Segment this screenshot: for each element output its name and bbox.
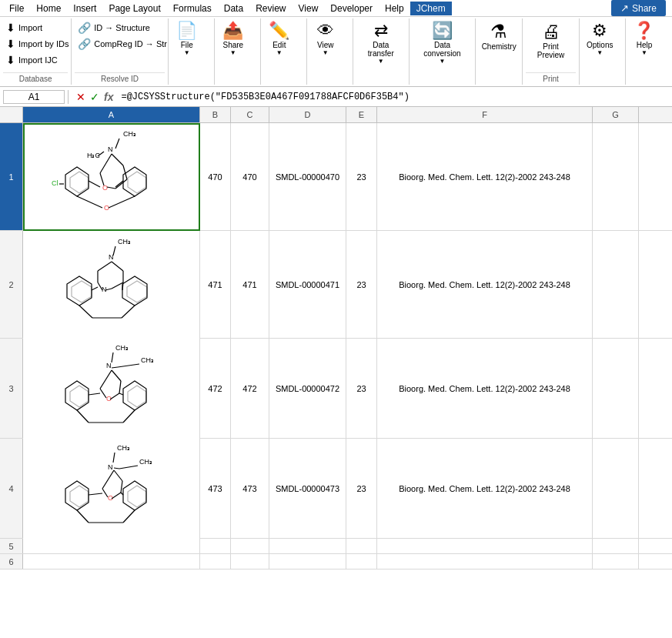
ribbon-share-button[interactable]: 📤 Share ▼ bbox=[218, 20, 249, 58]
cell-F1[interactable]: Bioorg. Med. Chem. Lett. 12(2)-2002 243-… bbox=[377, 123, 593, 230]
cell-G6[interactable] bbox=[593, 554, 639, 569]
cell-E5[interactable] bbox=[346, 539, 377, 553]
menu-home[interactable]: Home bbox=[30, 2, 67, 15]
cell-F2[interactable]: Bioorg. Med. Chem. Lett. 12(2)-2002 243-… bbox=[377, 231, 593, 338]
cell-A6[interactable] bbox=[23, 554, 200, 569]
resolve-id-buttons: 🔗 ID → Structure 🔗 CompReg ID → Str bbox=[75, 20, 170, 52]
svg-line-69 bbox=[114, 468, 119, 469]
col-header-C[interactable]: C bbox=[231, 107, 269, 122]
cell-G2[interactable] bbox=[593, 231, 639, 338]
svg-line-49 bbox=[112, 370, 121, 381]
svg-line-61 bbox=[77, 410, 89, 423]
cell-C4[interactable]: 473 bbox=[231, 439, 269, 538]
compreg-to-str-button[interactable]: 🔗 CompReg ID → Str bbox=[75, 36, 170, 52]
cell-C1[interactable]: 470 bbox=[231, 123, 269, 230]
cell-B3[interactable]: 472 bbox=[200, 339, 231, 438]
svg-line-63 bbox=[123, 410, 135, 423]
cell-F4[interactable]: Bioorg. Med. Chem. Lett. 12(2)-2002 243-… bbox=[377, 439, 593, 538]
menu-file[interactable]: File bbox=[3, 2, 30, 15]
menu-developer[interactable]: Developer bbox=[324, 2, 379, 15]
cell-E2[interactable]: 23 bbox=[346, 231, 377, 338]
menu-formulas[interactable]: Formulas bbox=[167, 2, 218, 15]
data-conversion-label: Data conversion bbox=[416, 41, 469, 58]
cell-D3[interactable]: SMDL-00000472 bbox=[269, 339, 346, 438]
col-header-E[interactable]: E bbox=[346, 107, 377, 122]
cell-D2[interactable]: SMDL-00000471 bbox=[269, 231, 346, 338]
col-header-G[interactable]: G bbox=[593, 107, 639, 122]
confirm-formula-icon[interactable]: ✓ bbox=[90, 91, 99, 103]
cell-C5[interactable] bbox=[231, 539, 269, 553]
formula-input[interactable] bbox=[121, 92, 669, 102]
menu-page-layout[interactable]: Page Layout bbox=[102, 2, 166, 15]
cell-A1[interactable]: CH₃ N H₃C O bbox=[23, 123, 200, 231]
ribbon-share-label: Share bbox=[222, 41, 243, 49]
cell-B1[interactable]: 470 bbox=[200, 123, 231, 230]
col-header-D[interactable]: D bbox=[269, 107, 346, 122]
svg-line-65 bbox=[113, 453, 115, 463]
cell-C6[interactable] bbox=[231, 554, 269, 569]
cell-D1[interactable]: SMDL-00000470 bbox=[269, 123, 346, 230]
cell-G3[interactable] bbox=[593, 339, 639, 438]
cell-A4[interactable]: CH₃ CH₃ N O bbox=[23, 439, 200, 539]
import-ijc-button[interactable]: ⬇ Import IJC bbox=[3, 52, 72, 68]
cell-A3[interactable]: CH₃ CH₃ N O bbox=[23, 339, 200, 439]
row-num-1[interactable]: 1 bbox=[0, 123, 23, 230]
ribbon-group-share: 📤 Share ▼ . bbox=[215, 18, 261, 85]
cell-B6[interactable] bbox=[200, 554, 231, 569]
row-num-2[interactable]: 2 bbox=[0, 231, 23, 338]
cell-B4[interactable]: 473 bbox=[200, 439, 231, 538]
data-transfer-button[interactable]: ⇄ Data transfer ▼ bbox=[356, 20, 406, 67]
cell-A5[interactable] bbox=[23, 539, 200, 553]
col-header-F[interactable]: F bbox=[377, 107, 593, 122]
cell-E3[interactable]: 23 bbox=[346, 339, 377, 438]
import-by-ids-button[interactable]: ⬇ Import by IDs bbox=[3, 36, 72, 52]
fx-icon[interactable]: fx bbox=[104, 91, 113, 103]
print-preview-button[interactable]: 🖨 Print Preview bbox=[526, 20, 576, 62]
menu-review[interactable]: Review bbox=[249, 2, 292, 15]
menu-data[interactable]: Data bbox=[218, 2, 249, 15]
cell-F5[interactable] bbox=[377, 539, 593, 553]
svg-line-21 bbox=[77, 196, 102, 208]
cell-B2[interactable]: 471 bbox=[200, 231, 231, 338]
cell-G1[interactable] bbox=[593, 123, 639, 230]
cell-E1[interactable]: 23 bbox=[346, 123, 377, 230]
menu-view[interactable]: View bbox=[293, 2, 325, 15]
file-button[interactable]: 📄 File ▼ bbox=[172, 20, 202, 58]
ribbon-share-icon: 📤 bbox=[222, 22, 243, 39]
row-num-4[interactable]: 4 bbox=[0, 439, 23, 538]
cell-E4[interactable]: 23 bbox=[346, 439, 377, 538]
cell-name-box[interactable] bbox=[3, 90, 65, 104]
cell-E6[interactable] bbox=[346, 554, 377, 569]
cell-F6[interactable] bbox=[377, 554, 593, 569]
cell-B5[interactable] bbox=[200, 539, 231, 553]
svg-text:CH₃: CH₃ bbox=[123, 130, 136, 138]
id-to-structure-button[interactable]: 🔗 ID → Structure bbox=[75, 20, 170, 35]
cell-A2[interactable]: CH₃ N N bbox=[23, 231, 200, 339]
chemistry-button[interactable]: ⚗ Chemistry bbox=[479, 20, 519, 53]
menu-help[interactable]: Help bbox=[379, 2, 410, 15]
col-header-B[interactable]: B bbox=[200, 107, 231, 122]
cancel-formula-icon[interactable]: ✕ bbox=[76, 91, 85, 103]
help-button[interactable]: ❓ Help ▼ bbox=[629, 20, 660, 58]
data-conversion-button[interactable]: 🔄 Data conversion ▼ bbox=[413, 20, 473, 67]
menu-jchem[interactable]: JChem bbox=[410, 2, 452, 15]
view-button[interactable]: 👁 View ▼ bbox=[310, 20, 341, 58]
edit-button[interactable]: ✏️ Edit ▼ bbox=[264, 20, 295, 58]
options-button[interactable]: ⚙ Options ▼ bbox=[583, 20, 617, 58]
row-num-5[interactable]: 5 bbox=[0, 539, 23, 553]
spreadsheet: A B C D E F G 1 CH₃ N H₃C bbox=[0, 107, 672, 570]
cell-C3[interactable]: 472 bbox=[231, 339, 269, 438]
share-button[interactable]: ↗ Share bbox=[611, 0, 666, 16]
cell-C2[interactable]: 471 bbox=[231, 231, 269, 338]
cell-D5[interactable] bbox=[269, 539, 346, 553]
menu-insert[interactable]: Insert bbox=[67, 2, 102, 15]
cell-D4[interactable]: SMDL-00000473 bbox=[269, 439, 346, 538]
import-button[interactable]: ⬇ Import bbox=[3, 20, 72, 35]
cell-F3[interactable]: Bioorg. Med. Chem. Lett. 12(2)-2002 243-… bbox=[377, 339, 593, 438]
cell-G5[interactable] bbox=[593, 539, 639, 553]
cell-G4[interactable] bbox=[593, 439, 639, 538]
row-num-6[interactable]: 6 bbox=[0, 554, 23, 569]
row-num-3[interactable]: 3 bbox=[0, 339, 23, 438]
col-header-A[interactable]: A bbox=[23, 107, 200, 122]
cell-D6[interactable] bbox=[269, 554, 346, 569]
